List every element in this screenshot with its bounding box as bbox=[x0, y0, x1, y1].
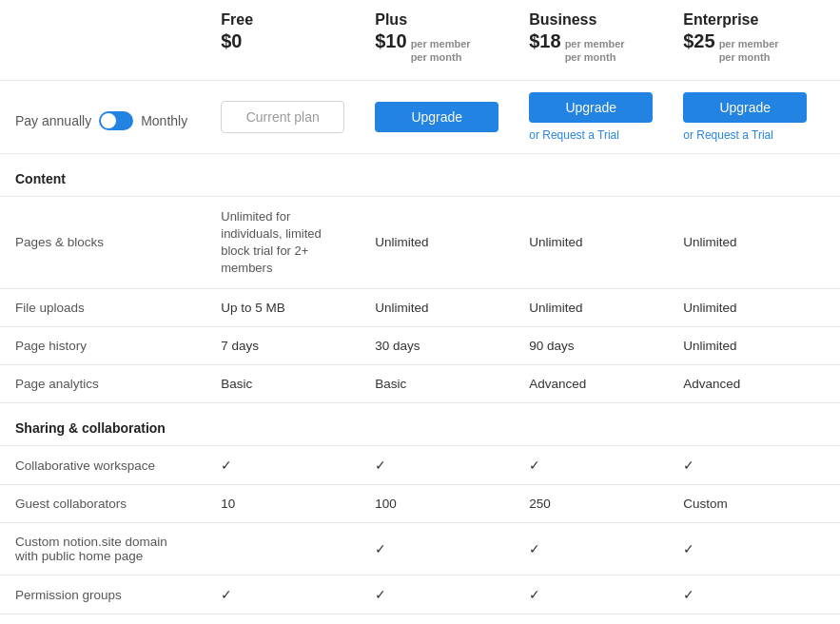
enterprise-price: $25 bbox=[683, 30, 714, 52]
billing-toggle-cell: Pay annually Monthly bbox=[0, 80, 205, 153]
teamspaces-open-business: ✓ bbox=[514, 614, 668, 624]
page-history-business: 90 days bbox=[514, 327, 668, 365]
billing-toggle-row: Pay annually Monthly Current plan Upgrad… bbox=[0, 80, 840, 153]
free-cta-button[interactable]: Current plan bbox=[221, 101, 344, 133]
business-price-meta: per memberper month bbox=[565, 37, 625, 65]
business-price-row: $18 per memberper month bbox=[529, 30, 653, 65]
collab-workspace-business: ✓ bbox=[514, 446, 668, 485]
collab-workspace-label: Collaborative workspace bbox=[0, 446, 205, 485]
page-analytics-enterprise: Advanced bbox=[668, 365, 840, 403]
pages-blocks-business: Unlimited bbox=[514, 196, 668, 289]
file-uploads-business: Unlimited bbox=[514, 289, 668, 327]
business-price: $18 bbox=[529, 30, 560, 52]
pages-blocks-plus: Unlimited bbox=[360, 196, 514, 289]
collab-workspace-plus: ✓ bbox=[360, 446, 514, 485]
free-cta-cell: Current plan bbox=[205, 80, 360, 153]
pages-blocks-label: Pages & blocks bbox=[0, 196, 205, 289]
collab-workspace-enterprise: ✓ bbox=[668, 446, 840, 485]
plan-business-header: Business $18 per memberper month bbox=[514, 0, 668, 80]
page-analytics-label: Page analytics bbox=[0, 365, 205, 403]
sharing-section-label: Sharing & collaboration bbox=[0, 403, 840, 446]
permission-groups-row: Permission groups ✓ ✓ ✓ ✓ bbox=[0, 575, 840, 614]
teamspaces-open-label: Teamspaces (open & closed) bbox=[0, 614, 205, 624]
permission-groups-free: ✓ bbox=[205, 575, 360, 614]
plan-plus-header: Plus $10 per memberper month bbox=[360, 0, 514, 80]
enterprise-plan-name: Enterprise bbox=[683, 11, 825, 29]
guest-collaborators-label: Guest collaborators bbox=[0, 485, 205, 523]
guest-collaborators-business: 250 bbox=[514, 485, 668, 523]
enterprise-cta-cell: Upgrade or Request a Trial bbox=[668, 80, 840, 153]
free-plan-name: Free bbox=[221, 11, 344, 29]
plan-header-row: Free $0 Plus $10 per memberper month Bus… bbox=[0, 0, 840, 80]
plus-plan-name: Plus bbox=[375, 11, 498, 29]
collab-workspace-row: Collaborative workspace ✓ ✓ ✓ ✓ bbox=[0, 446, 840, 485]
content-section-label: Content bbox=[0, 153, 840, 196]
pages-blocks-row: Pages & blocks Unlimited for individuals… bbox=[0, 196, 840, 289]
custom-domain-label: Custom notion.site domain with public ho… bbox=[0, 523, 205, 575]
plan-free-header: Free $0 bbox=[205, 0, 360, 80]
content-section-header: Content bbox=[0, 153, 840, 196]
custom-domain-plus: ✓ bbox=[360, 523, 514, 575]
custom-domain-business: ✓ bbox=[514, 523, 668, 575]
enterprise-trial-link[interactable]: or Request a Trial bbox=[683, 128, 825, 142]
teamspaces-open-plus: ✓ bbox=[360, 614, 514, 624]
file-uploads-free: Up to 5 MB bbox=[205, 289, 360, 327]
page-history-label: Page history bbox=[0, 327, 205, 365]
plus-price-meta: per memberper month bbox=[411, 37, 471, 65]
guest-collaborators-row: Guest collaborators 10 100 250 Custom bbox=[0, 485, 840, 523]
page-analytics-free: Basic bbox=[205, 365, 360, 403]
page-analytics-plus: Basic bbox=[360, 365, 514, 403]
custom-domain-enterprise: ✓ bbox=[668, 523, 840, 575]
permission-groups-business: ✓ bbox=[514, 575, 668, 614]
custom-domain-free bbox=[205, 523, 360, 575]
monthly-label: Monthly bbox=[141, 113, 187, 128]
feature-col-header bbox=[0, 0, 205, 80]
custom-domain-row: Custom notion.site domain with public ho… bbox=[0, 523, 840, 575]
teamspaces-open-row: Teamspaces (open & closed) ✓ ✓ ✓ ✓ bbox=[0, 614, 840, 624]
toggle-knob bbox=[101, 113, 116, 128]
plan-enterprise-header: Enterprise $25 per memberper month bbox=[668, 0, 840, 80]
page-history-plus: 30 days bbox=[360, 327, 514, 365]
page-history-row: Page history 7 days 30 days 90 days Unli… bbox=[0, 327, 840, 365]
permission-groups-label: Permission groups bbox=[0, 575, 205, 614]
page-history-free: 7 days bbox=[205, 327, 360, 365]
enterprise-price-row: $25 per memberper month bbox=[683, 30, 825, 65]
business-trial-link[interactable]: or Request a Trial bbox=[529, 128, 653, 142]
free-price-row: $0 bbox=[221, 30, 344, 52]
plus-cta-cell: Upgrade bbox=[360, 80, 514, 153]
guest-collaborators-plus: 100 bbox=[360, 485, 514, 523]
business-plan-name: Business bbox=[529, 11, 653, 29]
permission-groups-plus: ✓ bbox=[360, 575, 514, 614]
guest-collaborators-enterprise: Custom bbox=[668, 485, 840, 523]
page-history-enterprise: Unlimited bbox=[668, 327, 840, 365]
free-price: $0 bbox=[221, 30, 242, 52]
plus-upgrade-button[interactable]: Upgrade bbox=[375, 102, 498, 132]
sharing-section-header: Sharing & collaboration bbox=[0, 403, 840, 446]
teamspaces-open-free: ✓ bbox=[205, 614, 360, 624]
collab-workspace-free: ✓ bbox=[205, 446, 360, 485]
pricing-table: Free $0 Plus $10 per memberper month Bus… bbox=[0, 0, 840, 624]
pages-blocks-free: Unlimited for individuals, limited block… bbox=[205, 196, 360, 289]
file-uploads-plus: Unlimited bbox=[360, 289, 514, 327]
business-upgrade-button[interactable]: Upgrade bbox=[529, 92, 653, 123]
guest-collaborators-free: 10 bbox=[205, 485, 360, 523]
pages-blocks-enterprise: Unlimited bbox=[668, 196, 840, 289]
permission-groups-enterprise: ✓ bbox=[668, 575, 840, 614]
file-uploads-label: File uploads bbox=[0, 289, 205, 327]
enterprise-price-meta: per memberper month bbox=[719, 37, 779, 65]
business-cta-cell: Upgrade or Request a Trial bbox=[514, 80, 668, 153]
plus-price: $10 bbox=[375, 30, 406, 52]
pay-annually-label: Pay annually bbox=[15, 113, 91, 128]
page-analytics-row: Page analytics Basic Basic Advanced Adva… bbox=[0, 365, 840, 403]
file-uploads-row: File uploads Up to 5 MB Unlimited Unlimi… bbox=[0, 289, 840, 327]
teamspaces-open-enterprise: ✓ bbox=[668, 614, 840, 624]
enterprise-upgrade-button[interactable]: Upgrade bbox=[683, 92, 807, 123]
plus-price-row: $10 per memberper month bbox=[375, 30, 498, 65]
page-analytics-business: Advanced bbox=[514, 365, 668, 403]
file-uploads-enterprise: Unlimited bbox=[668, 289, 840, 327]
billing-toggle[interactable] bbox=[99, 111, 133, 130]
